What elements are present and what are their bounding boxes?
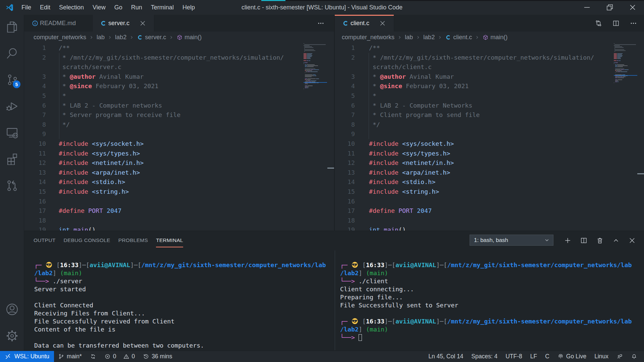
breadcrumbs[interactable]: computer_networkslablab2client.cmain() <box>335 32 644 43</box>
status-label: 0 <box>132 353 135 360</box>
activity-search[interactable] <box>0 40 24 66</box>
panel-tab-debug-console[interactable]: DEBUG CONSOLE <box>64 231 110 250</box>
kill-terminal-icon[interactable] <box>596 237 604 244</box>
close-button[interactable] <box>621 0 644 15</box>
code-editor-left[interactable]: 1/**2 * /mnt/z/my_git/sixth-semester/com… <box>24 43 334 231</box>
video-progress-track[interactable] <box>261 0 644 1</box>
terminal-line: /lab2] (main) <box>340 325 644 334</box>
code-line: 15#include <string.h> <box>24 187 334 197</box>
activity-accounts[interactable] <box>0 296 24 322</box>
split-editor-icon[interactable] <box>612 19 620 27</box>
minimap[interactable] <box>614 43 637 84</box>
panel-tab-problems[interactable]: PROBLEMS <box>118 231 148 250</box>
split-terminal-icon[interactable] <box>580 237 588 244</box>
breadcrumb-lab2[interactable]: lab2 <box>423 34 435 41</box>
breadcrumbs[interactable]: computer_networkslablab2server.cmain() <box>24 32 334 43</box>
menu-terminal[interactable]: Terminal <box>147 0 178 15</box>
activity-explorer[interactable] <box>0 13 24 40</box>
code-line: 6 * LAB 2 - Computer networks <box>24 101 334 111</box>
panel-tab-output[interactable]: OUTPUT <box>34 231 56 250</box>
code-line: 1/** <box>335 43 644 53</box>
status-label: Go Live <box>566 353 586 360</box>
activity-settings[interactable] <box>0 322 24 349</box>
more-actions-icon[interactable] <box>630 19 637 27</box>
terminal-line: Receiving Files from Client... <box>34 309 335 317</box>
activity-remote-explorer[interactable] <box>0 119 24 146</box>
menu-file[interactable]: File <box>17 0 36 15</box>
indent-guide <box>369 53 369 139</box>
breadcrumb-computer_networks[interactable]: computer_networks <box>342 34 394 41</box>
status-problems[interactable]: 00 <box>100 351 139 362</box>
symbol-method-icon <box>176 34 183 41</box>
tab-bar: client.c <box>335 15 644 32</box>
line-number: 7 <box>335 110 355 120</box>
maximize-panel-icon[interactable] <box>612 237 620 244</box>
activity-extensions[interactable] <box>0 146 24 172</box>
breadcrumb-client-c[interactable]: client.c <box>445 34 472 41</box>
minimize-button[interactable] <box>576 0 598 15</box>
maximize-restore-button[interactable] <box>598 0 621 15</box>
status-cursor-position[interactable]: Ln 45, Col 14 <box>424 351 467 362</box>
status-language-mode[interactable]: C <box>541 351 553 362</box>
status-timer[interactable]: 36 mins <box>139 351 176 362</box>
sync-icon <box>90 353 96 360</box>
code-line: 13#include <arpa/inet.h> <box>335 168 644 178</box>
breadcrumb-server-c[interactable]: server.c <box>137 34 166 41</box>
breadcrumb-computer_networks[interactable]: computer_networks <box>34 34 86 41</box>
activity-github-pull-requests[interactable] <box>0 172 24 199</box>
code-text: #include <sys/types.h> <box>369 149 450 159</box>
status-eol[interactable]: LF <box>526 351 541 362</box>
breadcrumb-lab2[interactable]: lab2 <box>115 34 126 41</box>
close-icon[interactable] <box>379 19 386 27</box>
menu-help[interactable]: Help <box>178 0 199 15</box>
code-editor-right[interactable]: 1/**2 * /mnt/z/my_git/sixth-semester/com… <box>335 43 644 231</box>
search-icon <box>6 48 18 59</box>
status-label: Spaces: 4 <box>471 353 497 360</box>
tab-server-c[interactable]: server.c <box>93 15 154 32</box>
status-go-live[interactable]: Go Live <box>553 351 590 362</box>
activity-run-debug[interactable] <box>0 93 24 119</box>
status-indentation[interactable]: Spaces: 4 <box>467 351 501 362</box>
tab-readme-md[interactable]: README.md <box>24 15 93 32</box>
status-notifications[interactable] <box>627 351 641 362</box>
close-panel-icon[interactable] <box>628 237 636 244</box>
terminal-line <box>34 334 335 342</box>
breadcrumb-main-[interactable]: main() <box>482 34 507 41</box>
breadcrumb-lab[interactable]: lab <box>405 34 413 41</box>
terminal-line: File Successfully sent to Server <box>340 301 644 309</box>
terminal-line: Preparing file... <box>340 293 644 301</box>
remote-icon <box>5 353 11 360</box>
activity-source-control[interactable]: 5 <box>0 66 24 93</box>
status-sync[interactable] <box>86 351 100 362</box>
bell-icon <box>631 353 637 360</box>
new-terminal-icon[interactable] <box>564 237 572 244</box>
status-encoding[interactable]: UTF-8 <box>501 351 526 362</box>
status-feedback[interactable] <box>612 351 627 362</box>
panel-tab-terminal[interactable]: TERMINAL <box>156 231 183 250</box>
status-remote[interactable]: WSL: Ubuntu <box>0 351 54 362</box>
c-file-icon <box>100 20 107 27</box>
menu-view[interactable]: View <box>88 0 110 15</box>
code-text: int main() <box>59 225 96 231</box>
menu-run[interactable]: Run <box>127 0 147 15</box>
terminal-pane-2[interactable]: ┌─ [16:33]─[avii@AVINAL]─[/mnt/z/my_git/… <box>335 250 644 350</box>
breadcrumb-main-[interactable]: main() <box>176 34 202 41</box>
status-remote-os[interactable]: Linux <box>590 351 612 362</box>
terminal[interactable]: ┌─ [16:33]─[avii@AVINAL]─[/mnt/z/my_git/… <box>24 250 644 350</box>
status-git-branch[interactable]: main* <box>54 351 86 362</box>
code-text: * @since February 03, 2021 <box>59 81 158 91</box>
line-number: 17 <box>24 206 46 216</box>
code-text: * /mnt/z/my_git/sixth-semester/computer_… <box>59 53 284 63</box>
open-changes-icon[interactable] <box>595 19 602 27</box>
minimap[interactable] <box>304 43 327 90</box>
terminal-pane-1[interactable]: ┌─ [16:33]─[avii@AVINAL]─[/mnt/z/my_git/… <box>24 250 335 350</box>
menu-go[interactable]: Go <box>110 0 127 15</box>
terminal-picker-dropdown[interactable]: 1: bash, bash <box>470 235 553 246</box>
breadcrumb-lab[interactable]: lab <box>97 34 105 41</box>
menu-selection[interactable]: Selection <box>55 0 88 15</box>
close-icon[interactable] <box>139 19 147 27</box>
menu-edit[interactable]: Edit <box>36 0 55 15</box>
more-actions-icon[interactable] <box>317 19 325 27</box>
tab-client-c[interactable]: client.c <box>335 15 394 32</box>
line-number: 19 <box>24 225 46 231</box>
